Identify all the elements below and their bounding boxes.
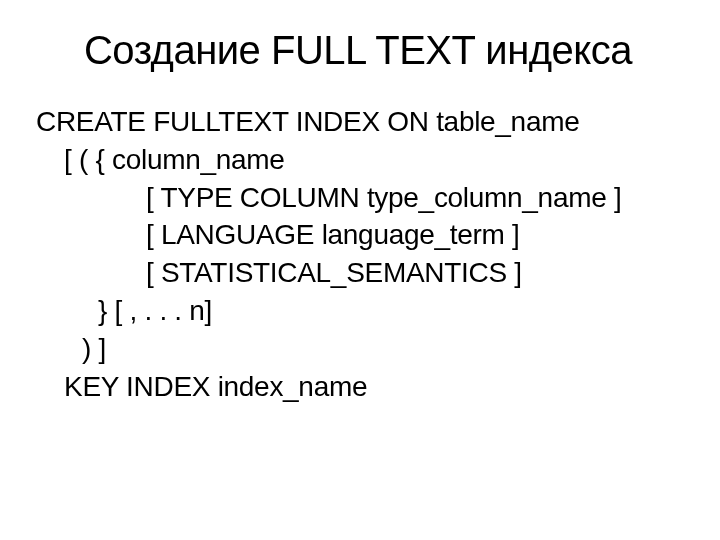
code-line: [ STATISTICAL_SEMANTICS ] (36, 254, 680, 292)
code-line: ) ] (36, 330, 680, 368)
slide-body: CREATE FULLTEXT INDEX ON table_name [ ( … (36, 103, 680, 405)
code-line: [ LANGUAGE language_term ] (36, 216, 680, 254)
slide-title: Создание FULL TEXT индекса (36, 28, 680, 73)
code-line: CREATE FULLTEXT INDEX ON table_name (36, 103, 680, 141)
code-line: [ TYPE COLUMN type_column_name ] (36, 179, 680, 217)
code-line: KEY INDEX index_name (36, 368, 680, 406)
slide-container: Создание FULL TEXT индекса CREATE FULLTE… (0, 0, 720, 540)
code-line: } [ , . . . n] (36, 292, 680, 330)
code-line: [ ( { column_name (36, 141, 680, 179)
